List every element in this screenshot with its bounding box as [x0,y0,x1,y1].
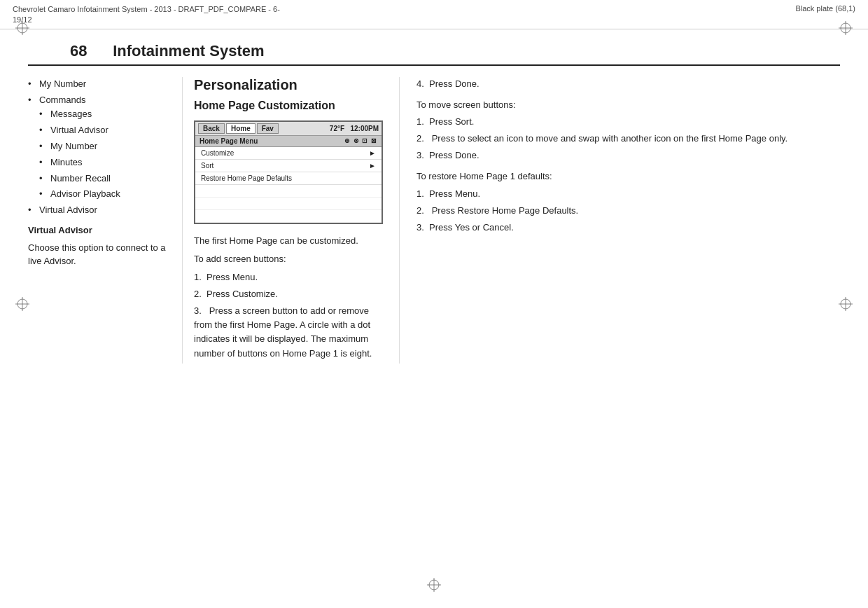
ui-menu-item-restore: Restore Home Page Defaults [195,172,382,185]
header-line1: Chevrolet Camaro Infotainment System - 2… [13,4,280,15]
ui-menu-item-sort: Sort ► [195,160,382,172]
ui-menu-header: Home Page Menu ⊕ ⊗ ⊡ ⊠ [195,136,382,147]
left-column: My Number Commands Messages Virtual Advi… [28,77,182,364]
virtual-advisor-heading: Virtual Advisor [28,223,171,238]
ui-mockup: Back Home Fav 72°F 12:00PM Home Page Men… [194,120,383,224]
ui-empty-row-3 [195,210,382,223]
ui-temp-value: 72°F [330,125,344,132]
page-title: 68 Infotainment System [70,42,798,64]
restore-step1: 1. Press Menu. [416,187,840,201]
virtual-advisor-text: Choose this option to connect to a live … [28,241,171,268]
home-page-customization-heading: Home Page Customization [194,99,388,113]
sub-item-messages: Messages [39,107,171,122]
ui-arrow-customize: ► [369,149,376,157]
move-step3: 3. Press Done. [416,148,840,163]
sub-item-number-recall: Number Recall [39,172,171,186]
step4: 4. Press Done. [416,77,840,91]
mid-description: The first Home Page can be customized. [194,234,388,248]
mid-step2: 2. Press Customize. [194,287,388,301]
reg-mark-bottom [427,578,441,594]
right-column: 4. Press Done. To move screen buttons: 1… [399,77,840,364]
list-item-virtual-advisor: Virtual Advisor [28,203,171,218]
restore-step2: 2. Press Restore Home Page Defaults. [416,204,840,218]
ui-arrow-sort: ► [369,162,376,170]
ui-top-bar: Back Home Fav 72°F 12:00PM [195,122,382,136]
sub-item-advisor-playback: Advisor Playback [39,187,171,202]
header-line2: 19/12 [13,15,280,25]
ui-time-value: 12:00PM [350,125,379,132]
ui-fav-btn: Fav [257,123,279,134]
page-title-section: 68 Infotainment System [28,29,840,66]
sub-item-virtual-advisor: Virtual Advisor [39,123,171,138]
reg-mark-top-right [839,21,853,35]
reg-mark-mid-left [15,297,29,311]
ui-menu-icons: ⊕ ⊗ ⊡ ⊠ [344,137,377,144]
mid-step1: 1. Press Menu. [194,270,388,284]
mid-step3: 3. Press a screen button to add or remov… [194,304,388,361]
bullet-list: My Number Commands Messages Virtual Advi… [28,77,171,218]
ui-home-btn: Home [226,123,255,134]
list-item-my-number: My Number [28,77,171,92]
mid-column: Personalization Home Page Customization … [182,77,399,364]
sub-item-my-number: My Number [39,139,171,154]
ui-back-btn: Back [198,123,225,134]
ui-empty-row-2 [195,198,382,210]
ui-menu-header-text: Home Page Menu [200,137,258,145]
header-bar: Chevrolet Camaro Infotainment System - 2… [0,0,868,29]
list-item-commands: Commands Messages Virtual Advisor My Num… [28,93,171,202]
sub-item-minutes: Minutes [39,156,171,170]
ui-menu-item-customize: Customize ► [195,147,382,160]
ui-temp-time: 72°F 12:00PM [330,125,379,132]
restore-heading: To restore Home Page 1 defaults: [416,170,840,184]
header-right: Black plate (68,1) [795,4,855,13]
content-area: My Number Commands Messages Virtual Advi… [28,66,840,364]
ui-empty-row-1 [195,185,382,198]
move-step2: 2. Press to select an icon to move and s… [416,132,840,146]
add-heading: To add screen buttons: [194,252,388,266]
move-step1: 1. Press Sort. [416,115,840,129]
personalization-heading: Personalization [194,77,388,93]
restore-step3: 3. Press Yes or Cancel. [416,221,840,235]
move-heading: To move screen buttons: [416,98,840,112]
reg-mark-top-left [15,21,29,35]
page-number: 68 [70,42,87,60]
reg-mark-mid-right [839,297,853,311]
sub-list: Messages Virtual Advisor My Number Minut… [39,107,171,202]
page-heading: Infotainment System [113,42,264,60]
header-left: Chevrolet Camaro Infotainment System - 2… [13,4,280,26]
